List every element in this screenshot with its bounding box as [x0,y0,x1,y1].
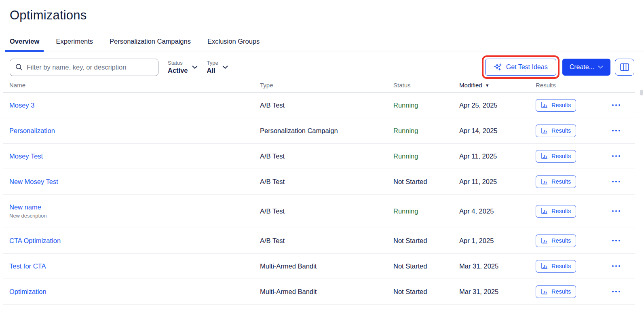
type-filter-dropdown[interactable]: Type All [207,60,228,75]
tab-overview[interactable]: Overview [8,38,41,51]
type-cell: A/B Test [254,178,387,186]
column-header-status[interactable]: Status [387,82,453,89]
search-icon [15,63,23,71]
status-filter-label: Status [168,60,188,66]
results-button[interactable]: Results [536,125,576,137]
table-row: Mosey 3 A/B Test Running Apr 25, 2025 Re… [3,93,635,118]
tab-exclusion-groups[interactable]: Exclusion Groups [205,38,262,51]
sparkles-icon [494,63,503,72]
tab-bar: Overview Experiments Personalization Cam… [8,38,644,51]
optimizations-table: Name Type Status Modified ▼ Results Mose… [3,82,635,304]
table-row: Test for CTA Multi-Armed Bandit Not Star… [3,254,635,279]
table-row: Optimization Multi-Armed Bandit Not Star… [3,279,635,304]
get-test-ideas-button[interactable]: Get Test Ideas [485,59,556,76]
get-test-ideas-label: Get Test Ideas [506,63,548,71]
status-cell: Running [387,207,453,215]
bar-chart-icon [541,288,548,295]
chevron-down-icon [222,66,228,69]
bar-chart-icon [541,237,548,244]
experiment-link[interactable]: Optimization [9,288,46,296]
type-cell: A/B Test [254,152,387,160]
modified-cell: Apr 14, 2025 [453,127,530,135]
results-button[interactable]: Results [536,99,576,112]
status-filter-dropdown[interactable]: Status Active [168,60,198,75]
row-menu-button[interactable] [611,208,621,215]
bar-chart-icon [541,263,548,269]
bar-chart-icon [541,127,548,134]
experiment-link[interactable]: CTA Optimization [9,237,61,245]
modified-cell: Apr 11, 2025 [453,178,530,186]
experiment-link[interactable]: Mosey Test [9,152,43,160]
table-row: New nameNew description A/B Test Running… [3,194,635,228]
column-settings-button[interactable] [615,59,634,76]
results-button[interactable]: Results [536,150,576,163]
modified-cell: Mar 31, 2025 [453,262,530,270]
modified-cell: Mar 31, 2025 [453,288,530,296]
experiment-description: New description [9,213,254,219]
experiment-link[interactable]: New name [9,203,41,211]
columns-icon [620,63,629,72]
experiment-link[interactable]: Personalization [9,127,55,135]
results-button[interactable]: Results [536,260,576,273]
type-cell: A/B Test [254,207,387,215]
search-input[interactable] [27,63,153,71]
page-title: Optimizations [0,0,644,23]
type-cell: Personalization Campaign [254,127,387,135]
results-button[interactable]: Results [536,285,576,298]
scrollbar-thumb[interactable] [640,90,643,95]
chevron-down-icon [192,66,198,69]
chevron-down-icon [598,66,603,69]
row-menu-button[interactable] [611,178,621,185]
table-row: CTA Optimization A/B Test Not Started Ap… [3,228,635,254]
modified-cell: Apr 11, 2025 [453,152,530,160]
tab-personalization-campaigns[interactable]: Personalization Campaigns [108,38,193,51]
row-menu-button[interactable] [611,153,621,160]
type-filter-label: Type [207,60,218,66]
column-header-results: Results [530,82,635,89]
table-row: Mosey Test A/B Test Running Apr 11, 2025… [3,144,635,169]
row-menu-button[interactable] [611,127,621,134]
results-button[interactable]: Results [536,205,576,218]
status-cell: Running [387,127,453,135]
status-cell: Running [387,152,453,160]
column-header-name[interactable]: Name [3,82,254,89]
type-filter-value: All [207,66,218,75]
column-header-type[interactable]: Type [254,82,387,89]
type-cell: Multi-Armed Bandit [254,288,387,296]
row-menu-button[interactable] [611,263,621,270]
search-box[interactable] [10,59,158,76]
create-label: Create... [570,63,594,71]
results-button[interactable]: Results [536,175,576,188]
experiment-link[interactable]: Mosey 3 [9,101,34,109]
bar-chart-icon [541,178,548,185]
row-menu-button[interactable] [611,288,621,295]
row-menu-button[interactable] [611,237,621,244]
row-menu-button[interactable] [611,102,621,109]
experiment-link[interactable]: New Mosey Test [9,178,58,186]
table-row: Personalization Personalization Campaign… [3,118,635,144]
status-cell: Running [387,101,453,109]
table-header: Name Type Status Modified ▼ Results [3,82,635,93]
status-cell: Not Started [387,237,453,245]
status-filter-value: Active [168,66,188,75]
experiment-link[interactable]: Test for CTA [9,262,46,270]
status-cell: Not Started [387,178,453,186]
bar-chart-icon [541,153,548,159]
column-header-modified[interactable]: Modified ▼ [453,82,530,89]
modified-cell: Apr 4, 2025 [453,207,530,215]
status-cell: Not Started [387,262,453,270]
type-cell: A/B Test [254,101,387,109]
bar-chart-icon [541,208,548,214]
bar-chart-icon [541,102,548,108]
tab-experiments[interactable]: Experiments [54,38,95,51]
table-row: New Mosey Test A/B Test Not Started Apr … [3,169,635,194]
results-button[interactable]: Results [536,235,576,247]
sort-desc-icon: ▼ [485,83,490,88]
type-cell: A/B Test [254,237,387,245]
type-cell: Multi-Armed Bandit [254,262,387,270]
modified-cell: Apr 1, 2025 [453,237,530,245]
toolbar: Status Active Type All Get Test Ideas [10,58,634,76]
create-button[interactable]: Create... [562,59,610,76]
red-highlight-annotation: Get Test Ideas [482,55,560,79]
modified-cell: Apr 25, 2025 [453,101,530,109]
